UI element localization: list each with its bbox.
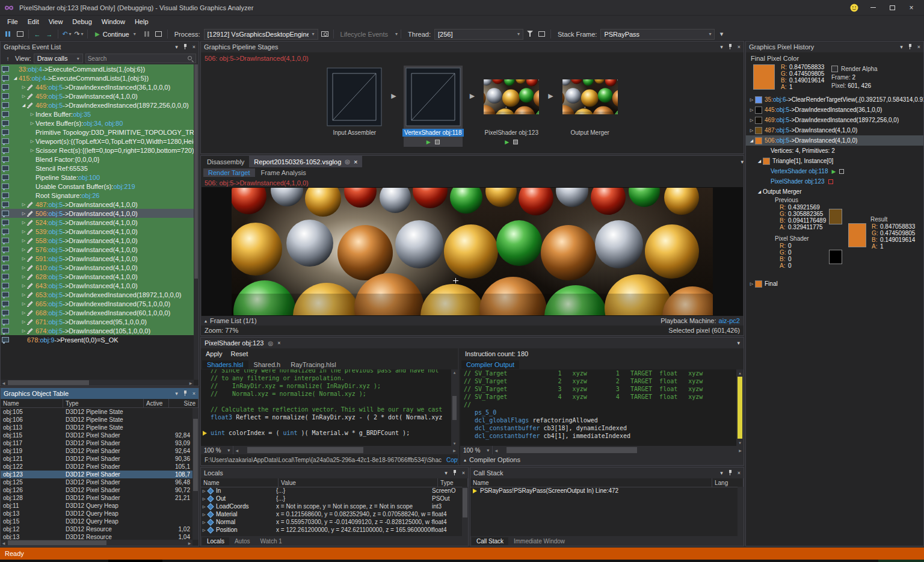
undo-icon[interactable]: ↶▾: [61, 29, 72, 40]
column-active[interactable]: Active: [144, 399, 169, 407]
code-editor[interactable]: ▲▼ // Since they were normalized in the …: [201, 369, 458, 446]
object-link[interactable]: obj:100: [78, 174, 100, 181]
object-table-row[interactable]: obj:115D3D12 Pixel Shader92,84: [1, 431, 192, 439]
close-icon[interactable]: ×: [917, 44, 920, 50]
break-icon[interactable]: [141, 29, 152, 40]
callstack-frame-row[interactable]: PSRayPass!PSRayPass(ScreenOutput In) Lin…: [470, 487, 738, 495]
tree-chevron-icon[interactable]: ▷: [201, 489, 207, 493]
event-row[interactable]: ▷558: obj:5->DrawInstanced(4,1,0,0): [1, 236, 194, 245]
view-filter-combo[interactable]: Draw calls ▾: [34, 54, 83, 63]
event-row[interactable]: ▷653: obj:5->DrawIndexedInstanced(18972,…: [1, 290, 194, 299]
object-link[interactable]: obj:5: [776, 137, 789, 144]
tree-chevron-icon[interactable]: ▷: [20, 301, 27, 306]
object-link[interactable]: obj:5: [48, 255, 63, 262]
tab-list-chevron-icon[interactable]: ▾: [741, 159, 744, 165]
tree-chevron-icon[interactable]: ▷: [20, 238, 27, 243]
vertical-scrollbar[interactable]: [192, 408, 199, 540]
window-position-icon[interactable]: ▾: [445, 470, 448, 476]
event-state-row[interactable]: Pipeline State: obj:100: [1, 173, 194, 182]
navigate-backward-icon[interactable]: ←: [32, 29, 43, 40]
event-row[interactable]: ▷459: obj:5->DrawInstanced(4,1,0,0): [1, 91, 194, 100]
object-table-row[interactable]: obj:126D3D12 Pixel Shader90,72: [1, 486, 192, 494]
event-row[interactable]: ▷487: obj:5->DrawInstanced(4,1,0,0): [1, 200, 194, 209]
event-row[interactable]: ▷445: obj:5->DrawIndexedInstanced(36,1,0…: [1, 82, 194, 91]
object-table-row[interactable]: obj:119D3D12 Pixel Shader92,64: [1, 447, 192, 455]
event-row[interactable]: ◢415: obj:4->ExecuteCommandLists(1,{obj:…: [1, 73, 194, 82]
pin-icon[interactable]: [728, 44, 733, 50]
pin-icon[interactable]: [452, 470, 457, 476]
debug-stage-play-icon[interactable]: ▶: [505, 139, 509, 145]
event-row[interactable]: 678: obj:9->Present(0,0)=S_OK: [1, 335, 194, 344]
vertical-scrollbar[interactable]: [194, 64, 199, 380]
window-position-icon[interactable]: ▾: [900, 44, 903, 50]
menu-item-window[interactable]: Window: [97, 17, 130, 26]
object-link[interactable]: obj:5: [48, 246, 63, 253]
event-state-row[interactable]: Root Signature: obj:26: [1, 191, 194, 200]
pixel-history-row[interactable]: ◢Triangle[1], Instance[0]: [746, 156, 923, 166]
navigate-forward-icon[interactable]: →: [44, 29, 55, 40]
column-name[interactable]: Name: [470, 478, 712, 487]
tab-locals[interactable]: Locals: [202, 537, 229, 545]
local-variable-row[interactable]: ▷In{...}ScreenO: [201, 487, 462, 495]
tree-chevron-icon[interactable]: ▷: [748, 128, 755, 133]
object-link[interactable]: obj:5: [776, 107, 789, 113]
object-link[interactable]: obj:5: [48, 273, 63, 280]
render-alpha-checkbox[interactable]: [831, 66, 838, 72]
tab-frame-analysis[interactable]: Frame Analysis: [256, 168, 311, 177]
window-position-icon[interactable]: ▾: [175, 44, 178, 50]
pin-icon[interactable]: [908, 44, 913, 50]
stage-box-icon[interactable]: [839, 169, 844, 174]
pin-icon[interactable]: [183, 44, 188, 50]
tab-autos[interactable]: Autos: [230, 537, 255, 545]
search-icon[interactable]: [187, 55, 194, 62]
object-link[interactable]: obj:219: [113, 183, 135, 190]
frame-list-bar[interactable]: ▴ Frame List (1/1) Playback Machine: aiz…: [201, 316, 744, 326]
tree-chevron-icon[interactable]: ▷: [20, 229, 27, 234]
column-name[interactable]: Name: [1, 399, 63, 407]
stage-label[interactable]: VertexShader obj:118: [402, 129, 463, 137]
tree-chevron-icon[interactable]: ▷: [20, 329, 27, 333]
tree-chevron-icon[interactable]: ▷: [20, 320, 27, 324]
object-link[interactable]: obj:9: [40, 336, 54, 344]
tab-call-stack[interactable]: Call Stack: [472, 537, 508, 545]
pipeline-stage[interactable]: PixelShader obj:123▶: [482, 66, 541, 147]
maximize-button[interactable]: [883, 2, 901, 14]
pixel-history-row[interactable]: ▷469: obj:5->DrawIndexedInstanced(18972,…: [746, 115, 923, 125]
pipeline-stage[interactable]: VertexShader obj:118▶: [404, 66, 463, 147]
apply-button[interactable]: Apply: [206, 350, 223, 357]
copy-to-link[interactable]: Copy to...: [442, 457, 458, 463]
event-state-row[interactable]: Stencil Ref: 65535: [1, 164, 194, 173]
horizontal-scrollbar[interactable]: ◀▶: [1, 540, 192, 546]
tree-chevron-icon[interactable]: ▷: [748, 108, 755, 113]
menu-item-debug[interactable]: Debug: [67, 17, 96, 26]
stack-frame-combo[interactable]: PSRayPass ▾: [600, 29, 715, 40]
tree-chevron-icon[interactable]: ▷: [29, 148, 35, 153]
tab-shaders-hlsl[interactable]: Shaders.hlsl: [202, 360, 248, 369]
close-icon[interactable]: ×: [192, 44, 196, 50]
object-link[interactable]: obj:5: [48, 291, 63, 298]
event-state-row[interactable]: ▷Vertex Buffer(s): obj:34, obj:80: [1, 119, 194, 128]
object-link[interactable]: obj:5: [48, 84, 63, 91]
column-value[interactable]: Value: [279, 478, 438, 487]
object-table-row[interactable]: obj:106D3D12 Pipeline State: [1, 416, 192, 424]
pin-icon[interactable]: [183, 391, 188, 397]
close-icon[interactable]: ×: [462, 470, 465, 476]
object-link[interactable]: obj:35: [73, 111, 91, 118]
event-state-row[interactable]: ▷Viewport(s): {(TopLeftX=0,TopLeftY=0,Wi…: [1, 137, 194, 146]
minimize-button[interactable]: [864, 2, 882, 14]
object-table-row[interactable]: obj:13D3D12 Resource1,04: [1, 533, 192, 540]
tree-chevron-icon[interactable]: ▷: [748, 282, 755, 286]
object-link[interactable]: obj:26: [81, 192, 99, 199]
pixel-history-row[interactable]: Vertices: 4, Primitives: 2: [746, 146, 923, 156]
tree-chevron-icon[interactable]: ▷: [201, 528, 207, 532]
tab-immediate-window[interactable]: Immediate Window: [509, 537, 570, 545]
stage-label[interactable]: Output Merger: [568, 129, 611, 137]
debug-play-icon[interactable]: ▶: [831, 168, 836, 174]
horizontal-scrollbar[interactable]: ◀▶: [1, 380, 194, 386]
tree-chevron-icon[interactable]: ▷: [20, 202, 27, 207]
stage-thumbnail[interactable]: [405, 67, 461, 127]
playback-machine-link[interactable]: aiz-pc2: [719, 317, 740, 324]
vertical-scrollbar[interactable]: ▲▼: [451, 369, 458, 446]
compiler-options-bar[interactable]: ▴ Compiler Options: [460, 454, 744, 465]
pixel-history-row[interactable]: ◢506: obj:5->DrawInstanced(4,1,0,0): [746, 135, 923, 146]
